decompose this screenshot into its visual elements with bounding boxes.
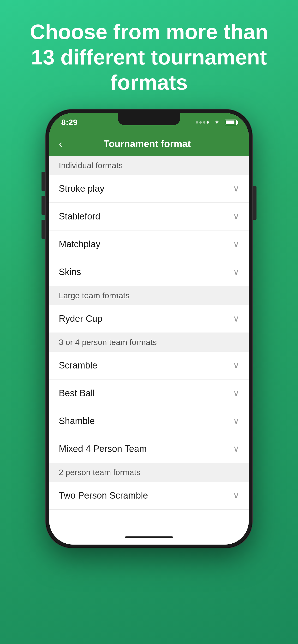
list-item-label-best-ball: Best Ball xyxy=(59,388,233,398)
list-item-label-mixed-4-person-team: Mixed 4 Person Team xyxy=(59,444,233,454)
section-header-3-or-4-person-team-formats: 3 or 4 person team formats xyxy=(49,333,249,352)
list-item-ryder-cup[interactable]: Ryder Cup∨ xyxy=(49,305,249,333)
nav-bar: ‹ Tournament format xyxy=(49,132,249,156)
list-item-label-scramble: Scramble xyxy=(59,360,233,371)
signal-dot-3 xyxy=(203,121,205,124)
status-bar: 8:29 xyxy=(49,113,249,132)
chevron-icon-two-person-scramble: ∨ xyxy=(233,490,239,500)
list-item-label-stroke-play: Stroke play xyxy=(59,184,233,194)
signal-dot-4 xyxy=(207,121,209,124)
status-right xyxy=(196,118,237,126)
wifi-icon xyxy=(213,118,221,126)
notch xyxy=(118,113,180,125)
list-item-best-ball[interactable]: Best Ball∨ xyxy=(49,380,249,407)
back-button[interactable]: ‹ xyxy=(59,138,62,150)
list-item-stroke-play[interactable]: Stroke play∨ xyxy=(49,175,249,203)
chevron-icon-scramble: ∨ xyxy=(233,360,239,370)
signal-dot-2 xyxy=(199,121,202,124)
list-item-stableford[interactable]: Stableford∨ xyxy=(49,203,249,230)
section-header-large-team-formats: Large team formats xyxy=(49,286,249,305)
section-header-2-person-team-formats: 2 person team formats xyxy=(49,463,249,482)
chevron-icon-best-ball: ∨ xyxy=(233,388,239,398)
battery-fill xyxy=(226,120,234,124)
content-area: Individual formatsStroke play∨Stableford… xyxy=(49,156,249,530)
list-item-label-shamble: Shamble xyxy=(59,416,233,426)
phone-wrapper: 8:29 xyxy=(46,110,252,644)
hero-text: Choose from more than 13 different tourn… xyxy=(0,0,298,110)
chevron-icon-stableford: ∨ xyxy=(233,211,239,222)
chevron-icon-stroke-play: ∨ xyxy=(233,184,239,194)
phone-outer: 8:29 xyxy=(46,110,252,548)
list-item-label-two-person-scramble: Two Person Scramble xyxy=(59,490,233,501)
list-item-shamble[interactable]: Shamble∨ xyxy=(49,407,249,435)
svg-point-0 xyxy=(216,124,217,124)
home-indicator-bar xyxy=(125,536,173,538)
chevron-icon-mixed-4-person-team: ∨ xyxy=(233,444,239,454)
list-item-label-stableford: Stableford xyxy=(59,211,233,222)
battery-icon xyxy=(225,120,237,125)
chevron-icon-ryder-cup: ∨ xyxy=(233,314,239,324)
list-item-matchplay[interactable]: Matchplay∨ xyxy=(49,230,249,258)
phone-inner: 8:29 xyxy=(49,113,249,544)
list-item-label-skins: Skins xyxy=(59,267,233,277)
list-item-scramble[interactable]: Scramble∨ xyxy=(49,352,249,380)
section-header-individual-formats: Individual formats xyxy=(49,156,249,175)
chevron-icon-shamble: ∨ xyxy=(233,416,239,426)
chevron-icon-matchplay: ∨ xyxy=(233,239,239,249)
list-item-mixed-4-person-team[interactable]: Mixed 4 Person Team∨ xyxy=(49,435,249,463)
nav-title: Tournament format xyxy=(67,138,227,149)
chevron-icon-skins: ∨ xyxy=(233,267,239,277)
list-item-label-matchplay: Matchplay xyxy=(59,239,233,250)
list-item-skins[interactable]: Skins∨ xyxy=(49,258,249,286)
signal-dot-1 xyxy=(196,121,198,124)
signal-dots xyxy=(196,121,209,124)
list-item-two-person-scramble[interactable]: Two Person Scramble∨ xyxy=(49,482,249,510)
list-item-label-ryder-cup: Ryder Cup xyxy=(59,314,233,324)
status-time: 8:29 xyxy=(61,118,77,127)
home-indicator xyxy=(49,530,249,544)
